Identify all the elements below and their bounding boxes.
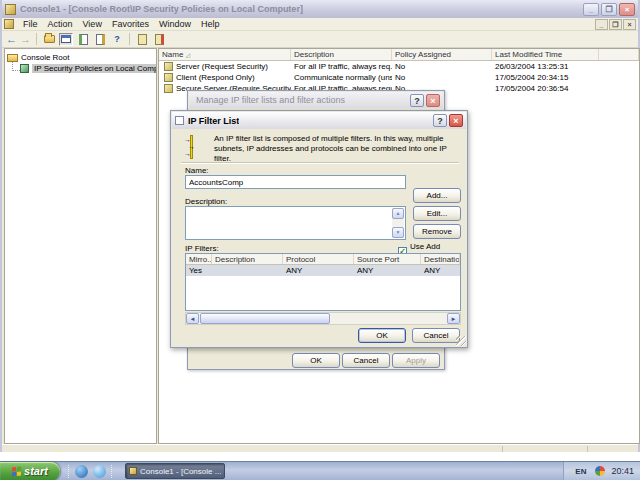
show-console-tree-icon[interactable] [59,33,73,46]
tree-item-ip-security-policies[interactable]: IP Security Policies on Local Computer [5,63,156,74]
cancel-button[interactable]: Cancel [412,328,460,343]
column-source-port[interactable]: Source Port [354,254,421,264]
messenger-icon[interactable] [75,465,88,478]
window-titlebar[interactable]: Console1 - [Console Root\IP Security Pol… [2,0,638,18]
quick-launch-handle-2[interactable] [111,465,113,478]
manage-dialog-titlebar[interactable]: Manage IP filter lists and filter action… [189,92,443,108]
close-icon[interactable]: × [426,94,440,107]
start-button[interactable]: start [0,462,60,480]
ip-filter-icon: → → → [184,135,198,159]
scrollbar-thumb[interactable] [200,313,330,324]
help-icon[interactable]: ? [110,33,124,46]
list-row-server[interactable]: Server (Request Security) For all IP tra… [159,61,639,72]
help-button[interactable]: ? [433,114,447,127]
language-indicator[interactable]: EN [572,466,589,477]
manage-filter-lists-icon[interactable] [152,33,166,46]
taskbar-clock[interactable]: 20:41 [611,466,634,476]
ip-filters-label: IP Filters: [185,244,219,253]
list-row-client[interactable]: Client (Respond Only) Communicate normal… [159,72,639,83]
menu-help[interactable]: Help [196,19,225,29]
close-icon[interactable]: × [449,114,463,127]
mdi-restore-button[interactable]: ❐ [609,19,622,30]
dialog-icon [175,116,184,125]
desktop: Console1 - [Console Root\IP Security Pol… [0,0,640,480]
resize-grip[interactable] [456,336,466,346]
filter-dialog-titlebar[interactable]: IP Filter List ? × [172,112,466,129]
policy-icon [164,84,173,93]
start-label: start [24,465,48,477]
remove-button[interactable]: Remove [413,224,461,239]
scroll-down-icon[interactable]: ▼ [392,227,404,238]
column-header-name[interactable]: Name ◿ [159,49,291,60]
filters-list[interactable]: Mirro... Description Protocol Source Por… [185,253,461,311]
column-header-description[interactable]: Description [291,49,392,60]
window-title: Console1 - [Console Root\IP Security Pol… [20,4,303,14]
tree-selected-label: IP Security Policies on Local Computer [32,64,156,73]
add-button[interactable]: Add... [413,188,461,203]
description-scrollbar[interactable]: ▲ ▼ [392,208,404,238]
filters-horizontal-scrollbar[interactable]: ◄ ► [185,312,461,325]
column-description[interactable]: Description [212,254,283,264]
tree-root-label: Console Root [21,53,69,62]
column-header-last-modified[interactable]: Last Modified Time [492,49,599,60]
up-one-level-icon[interactable] [42,33,56,46]
column-header-filler [599,49,639,60]
scroll-up-icon[interactable]: ▲ [392,208,404,219]
folder-icon [7,54,18,62]
create-policy-icon[interactable] [135,33,149,46]
tree-item-console-root[interactable]: Console Root [5,52,156,63]
manage-ok-button[interactable]: OK [292,353,340,368]
edit-button[interactable]: Edit... [413,206,461,221]
mdi-close-button[interactable]: × [623,19,636,30]
tree-connector [12,62,20,71]
column-destination[interactable]: Destination [421,254,460,264]
restore-button[interactable]: ❐ [601,3,617,16]
properties-icon[interactable] [76,33,90,46]
console-child-icon [4,19,14,29]
column-header-policy-assigned[interactable]: Policy Assigned [392,49,492,60]
close-button[interactable]: × [619,3,635,16]
menu-file[interactable]: File [18,19,43,29]
task-label: Console1 - [Console ... [140,467,221,476]
tray-icon[interactable] [595,466,605,476]
menu-view[interactable]: View [78,19,107,29]
filter-row[interactable]: Yes ANY ANY ANY [186,265,460,276]
toolbar-separator [36,33,37,45]
sort-ascending-icon: ◿ [186,52,191,58]
internet-explorer-icon[interactable] [93,465,106,478]
policy-icon [164,73,173,82]
column-protocol[interactable]: Protocol [283,254,354,264]
forward-icon: → [20,33,31,46]
description-textarea[interactable]: ▲ ▼ [185,206,406,240]
filter-dialog-title: IP Filter List [188,116,239,126]
manage-apply-button: Apply [392,353,440,368]
help-button[interactable]: ? [410,94,424,107]
toolbar-separator-2 [129,33,130,45]
list-header: Name ◿ Description Policy Assigned Last … [159,49,639,61]
policy-module-icon [20,64,29,73]
name-input[interactable] [185,175,406,189]
console-task-icon [129,467,137,475]
back-icon[interactable]: ← [6,33,17,46]
ip-filter-list-dialog: IP Filter List ? × → → → An IP filter li… [170,110,468,348]
system-tray: EN 20:41 [563,462,640,480]
menu-favorites[interactable]: Favorites [107,19,154,29]
quick-launch-handle[interactable] [68,465,70,478]
menu-bar: File Action View Favorites Window Help _… [2,18,638,31]
column-mirrored[interactable]: Mirro... [186,254,212,264]
ok-button[interactable]: OK [358,328,406,343]
scroll-right-icon[interactable]: ► [447,313,460,324]
quick-launch [60,465,121,478]
menu-action[interactable]: Action [43,19,78,29]
mmc-app-icon [5,4,16,15]
manage-dialog-title: Manage IP filter lists and filter action… [196,95,345,105]
scroll-left-icon[interactable]: ◄ [186,313,199,324]
console-tree-panel: Console Root IP Security Policies on Loc… [4,48,157,444]
export-list-icon[interactable] [93,33,107,46]
minimize-button[interactable]: _ [583,3,599,16]
mdi-minimize-button[interactable]: _ [595,19,608,30]
separator [181,162,459,164]
taskbar-task-console1[interactable]: Console1 - [Console ... [125,463,225,479]
menu-window[interactable]: Window [154,19,196,29]
manage-cancel-button[interactable]: Cancel [342,353,390,368]
